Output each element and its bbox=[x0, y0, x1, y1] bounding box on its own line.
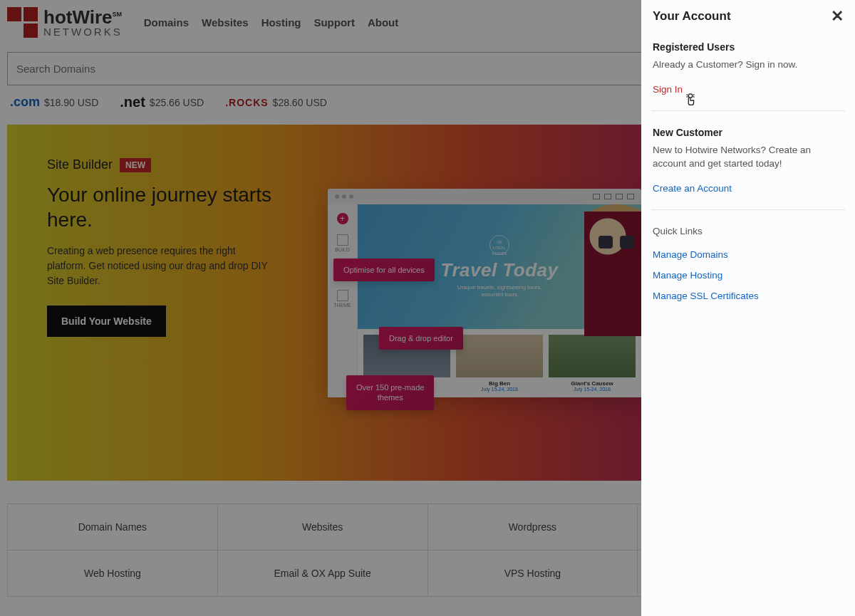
manage-hosting-link[interactable]: Manage Hosting bbox=[653, 270, 844, 281]
close-icon[interactable]: ✕ bbox=[831, 9, 844, 24]
create-account-link[interactable]: Create an Account bbox=[653, 183, 732, 194]
quick-links-heading: Quick Links bbox=[653, 226, 844, 236]
sign-in-link[interactable]: Sign In bbox=[653, 84, 683, 95]
registered-users-heading: Registered Users bbox=[653, 41, 844, 53]
manage-domains-link[interactable]: Manage Domains bbox=[653, 249, 844, 260]
drawer-title: Your Account bbox=[653, 9, 731, 24]
account-drawer: Your Account ✕ Registered Users Already … bbox=[641, 0, 855, 616]
divider bbox=[651, 209, 845, 210]
new-customer-text: New to Hotwire Networks? Create an accou… bbox=[653, 144, 844, 171]
divider bbox=[651, 110, 845, 111]
registered-users-text: Already a Customer? Sign in now. bbox=[653, 58, 844, 72]
manage-ssl-link[interactable]: Manage SSL Certificates bbox=[653, 291, 844, 301]
new-customer-heading: New Customer bbox=[653, 127, 844, 138]
